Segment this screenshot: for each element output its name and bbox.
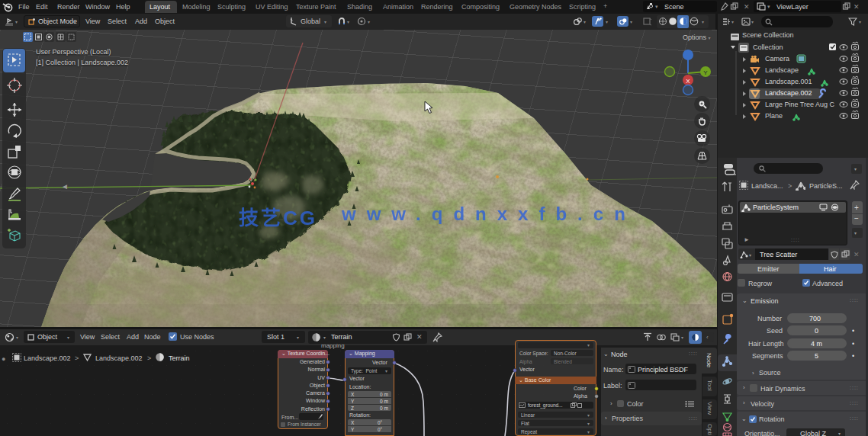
- svg-text:X: X: [686, 78, 690, 85]
- svg-text:Y: Y: [703, 69, 708, 76]
